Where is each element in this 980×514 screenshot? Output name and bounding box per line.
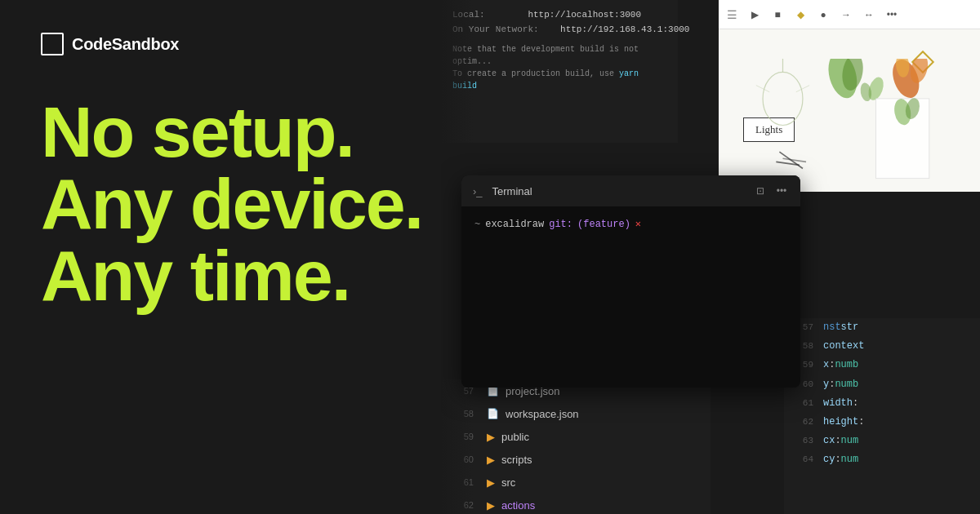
- code-line-62: 62 height:: [784, 413, 980, 432]
- code-linenum-62: 62: [794, 415, 813, 430]
- terminal-titlebar: ›_ Terminal ⊡ •••: [461, 175, 800, 206]
- svg-line-3: [796, 86, 809, 92]
- terminal-more-btn[interactable]: •••: [774, 184, 789, 198]
- drawing-canvas[interactable]: Lights: [719, 29, 980, 192]
- terminal-network-line: On Your Network: http://192.168.43.1:300…: [452, 23, 666, 38]
- plant-svg: [719, 59, 980, 192]
- logo-icon: [41, 33, 64, 55]
- terminal-prompt-line: ~ excalidraw git: (feature) ✕: [474, 218, 787, 230]
- file-item-public[interactable]: 59 ▶ public: [441, 425, 710, 448]
- file-item-src[interactable]: 61 ▶ src: [441, 471, 710, 494]
- toolbar-more-btn[interactable]: •••: [883, 6, 901, 24]
- foldername-src: src: [501, 476, 515, 489]
- foldername-scripts: scripts: [501, 454, 532, 466]
- code-linenum-61: 61: [794, 397, 813, 411]
- file-icon-workspace: 📄: [487, 408, 499, 419]
- code-line-60: 60 y: numb: [784, 375, 980, 394]
- code-line-58: 58 context: [784, 337, 980, 356]
- terminal-expand-btn[interactable]: ⊡: [753, 184, 768, 198]
- folder-icon-src: ▶: [487, 476, 495, 489]
- file-explorer-panel: 57 📄 project.json 58 📄 workspace.json 59…: [441, 379, 710, 514]
- file-item-actions[interactable]: 62 ▶ actions: [441, 494, 710, 514]
- file-item-workspace-json[interactable]: 58 📄 workspace.json: [441, 402, 710, 425]
- hero-section: CodeSandbox No setup. Any device. Any ti…: [0, 0, 474, 514]
- hamburger-icon[interactable]: ☰: [727, 8, 737, 21]
- code-line-63: 63 cx: num: [784, 432, 980, 450]
- logo-area: CodeSandbox: [41, 33, 433, 55]
- code-editor-panel: ex.ts 57 nst str 58 context 59 x: numb 6…: [784, 318, 980, 514]
- toolbar-double-arrow-btn[interactable]: ↔: [860, 6, 878, 24]
- code-line-57: 57 nst str: [784, 318, 980, 337]
- code-line-64: 64 cy: num: [784, 450, 980, 469]
- hero-line3: Any time.: [41, 240, 433, 312]
- prompt-arrow-icon: ~: [474, 219, 480, 230]
- logo-text: CodeSandbox: [72, 35, 179, 54]
- toolbar-stop-btn[interactable]: ■: [768, 6, 786, 24]
- foldername-public: public: [501, 431, 529, 443]
- code-linenum-64: 64: [794, 453, 813, 467]
- code-linenum-63: 63: [794, 434, 813, 449]
- note1-text: Note that the development build is not o…: [452, 45, 639, 66]
- svg-point-0: [763, 72, 803, 125]
- toolbar-arrow-btn[interactable]: →: [837, 6, 855, 24]
- prompt-directory: excalidraw: [485, 219, 544, 230]
- terminal-local-line: Local: http://localhost:3000: [452, 8, 666, 23]
- prompt-git-label: git:: [549, 219, 572, 230]
- hero-line1: No setup.: [41, 96, 433, 168]
- terminal-body: ~ excalidraw git: (feature) ✕: [461, 206, 800, 241]
- filename-workspace-json: workspace.json: [506, 408, 579, 420]
- svg-line-13: [783, 158, 807, 162]
- code-line-59: 59 x: numb: [784, 356, 980, 374]
- prompt-branch-name: (feature): [577, 219, 630, 230]
- drawing-preview: ☰ ▶ ■ ◆ ● → ↔ ••• Lights: [719, 0, 980, 192]
- drawing-toolbar: ☰ ▶ ■ ◆ ● → ↔ •••: [719, 0, 980, 29]
- terminal-prompt-icon: ›_: [473, 185, 483, 197]
- foldername-actions: actions: [501, 499, 535, 512]
- right-section: Local: http://localhost:3000 On Your Net…: [441, 0, 980, 514]
- note2-text: To create a production build, use: [452, 69, 619, 78]
- network-url: http://192.168.43.1:3000: [560, 24, 689, 34]
- hero-headline: No setup. Any device. Any time.: [41, 96, 433, 312]
- local-url: http://localhost:3000: [528, 10, 641, 20]
- terminal-title-text: Terminal: [492, 185, 746, 197]
- hero-line2: Any device.: [41, 168, 433, 240]
- code-line-61: 61 width:: [784, 394, 980, 413]
- file-item-scripts[interactable]: 60 ▶ scripts: [441, 448, 710, 471]
- terminal-note: Note that the development build is not o…: [452, 43, 666, 92]
- terminal-floating-window: ›_ Terminal ⊡ ••• ~ excalidraw git: (fea…: [461, 175, 800, 388]
- terminal-output-panel: Local: http://localhost:3000 On Your Net…: [441, 0, 678, 143]
- prompt-x-icon: ✕: [635, 218, 641, 230]
- svg-line-2: [756, 86, 769, 92]
- folder-icon-scripts: ▶: [487, 454, 495, 466]
- toolbar-play-btn[interactable]: ▶: [746, 6, 764, 24]
- folder-icon-actions: ▶: [487, 499, 495, 512]
- folder-icon-public: ▶: [487, 431, 495, 443]
- toolbar-diamond-btn[interactable]: ◆: [791, 6, 809, 24]
- toolbar-circle-btn[interactable]: ●: [814, 6, 832, 24]
